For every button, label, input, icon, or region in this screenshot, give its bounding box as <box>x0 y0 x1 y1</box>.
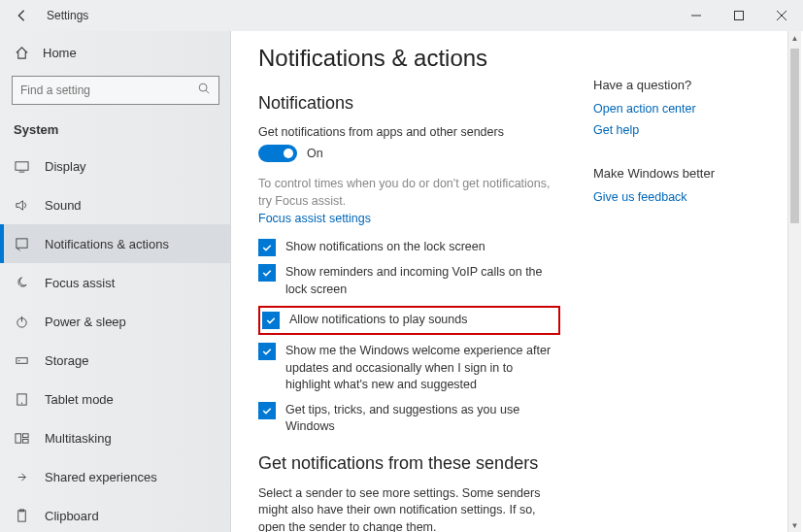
search-box[interactable] <box>12 76 219 105</box>
get-notifications-label: Get notifications from apps and other se… <box>258 125 560 139</box>
svg-rect-6 <box>16 238 26 247</box>
checkbox-icon <box>262 312 280 329</box>
page-title: Notifications & actions <box>258 45 560 72</box>
search-input[interactable] <box>20 83 197 97</box>
minimize-button[interactable] <box>675 0 718 31</box>
svg-rect-17 <box>17 510 25 520</box>
display-icon <box>14 159 29 174</box>
svg-line-3 <box>206 90 209 93</box>
storage-icon <box>14 353 29 368</box>
search-icon <box>197 82 211 99</box>
highlight-annotation: Allow notifications to play sounds <box>258 306 560 335</box>
senders-heading: Get notifications from these senders <box>258 453 560 474</box>
checkbox-icon <box>258 402 276 419</box>
sidebar-item-label: Clipboard <box>45 509 99 523</box>
checkbox-label: Get tips, tricks, and suggestions as you… <box>285 402 560 436</box>
sidebar-group: System <box>0 116 231 147</box>
sidebar-item-label: Multitasking <box>45 431 112 446</box>
checkbox-icon <box>258 264 276 282</box>
checkbox-label: Show me the Windows welcome experience a… <box>285 343 560 394</box>
sidebar-item-sound[interactable]: Sound <box>0 185 231 224</box>
main-content: Notifications & actions Notifications Ge… <box>231 31 803 532</box>
right-pane: Have a question? Open action center Get … <box>593 78 758 233</box>
checkbox-label: Show reminders and incoming VoIP calls o… <box>285 264 560 298</box>
sidebar-item-multitasking[interactable]: Multitasking <box>0 418 231 457</box>
svg-point-2 <box>199 83 207 91</box>
maximize-button[interactable] <box>718 0 760 31</box>
have-question-heading: Have a question? <box>593 78 758 92</box>
sidebar-item-label: Sound <box>45 198 82 213</box>
svg-point-13 <box>20 402 21 403</box>
sidebar-item-display[interactable]: Display <box>0 147 231 185</box>
svg-rect-16 <box>22 439 28 443</box>
power-icon <box>14 315 29 329</box>
notifications-heading: Notifications <box>258 93 560 114</box>
sidebar-item-label: Display <box>45 159 86 174</box>
focus-assist-icon <box>14 276 29 290</box>
focus-assist-link[interactable]: Focus assist settings <box>258 212 560 225</box>
sidebar-item-notifications[interactable]: Notifications & actions <box>0 224 231 263</box>
checkbox-play-sounds[interactable]: Allow notifications to play sounds <box>262 312 556 329</box>
checkbox-label: Show notifications on the lock screen <box>285 239 485 256</box>
checkbox-voip[interactable]: Show reminders and incoming VoIP calls o… <box>258 264 560 298</box>
sidebar-item-label: Focus assist <box>45 276 115 290</box>
sidebar-item-power-sleep[interactable]: Power & sleep <box>0 302 231 341</box>
clipboard-icon <box>14 509 29 523</box>
tablet-icon <box>14 392 29 407</box>
get-help-link[interactable]: Get help <box>593 123 758 137</box>
sidebar-item-clipboard[interactable]: Clipboard <box>0 496 231 532</box>
sidebar-item-shared-experiences[interactable]: Shared experiences <box>0 457 231 496</box>
sidebar-item-focus-assist[interactable]: Focus assist <box>0 263 231 302</box>
sidebar-item-storage[interactable]: Storage <box>0 341 231 380</box>
open-action-center-link[interactable]: Open action center <box>593 102 758 116</box>
feedback-link[interactable]: Give us feedback <box>593 190 758 204</box>
checkbox-icon <box>258 343 276 360</box>
senders-description: Select a sender to see more settings. So… <box>258 485 560 533</box>
focus-assist-hint: To control times when you do or don't ge… <box>258 176 560 210</box>
sidebar-item-label: Power & sleep <box>45 315 126 329</box>
svg-rect-4 <box>15 161 27 169</box>
scroll-down-icon[interactable]: ▼ <box>788 518 801 532</box>
svg-rect-10 <box>16 357 26 363</box>
scrollbar[interactable]: ▲ ▼ <box>787 31 801 532</box>
window-title: Settings <box>47 9 88 22</box>
scroll-up-icon[interactable]: ▲ <box>788 31 801 45</box>
svg-point-11 <box>17 359 19 361</box>
sidebar-item-label: Shared experiences <box>45 470 157 484</box>
sidebar-item-label: Storage <box>45 353 89 368</box>
sidebar: Home System Display Sound Notifications … <box>0 31 231 532</box>
checkbox-label: Allow notifications to play sounds <box>289 312 467 329</box>
checkbox-lock-screen[interactable]: Show notifications on the lock screen <box>258 239 560 256</box>
home-icon <box>14 46 29 60</box>
sidebar-home[interactable]: Home <box>0 35 231 70</box>
sidebar-item-tablet-mode[interactable]: Tablet mode <box>0 380 231 418</box>
svg-rect-14 <box>15 433 20 442</box>
checkbox-tips[interactable]: Get tips, tricks, and suggestions as you… <box>258 402 560 436</box>
sidebar-item-label: Tablet mode <box>45 392 114 407</box>
multitasking-icon <box>14 431 29 446</box>
notifications-icon <box>14 237 29 251</box>
shared-icon <box>14 470 29 484</box>
sidebar-home-label: Home <box>43 46 77 60</box>
notifications-toggle-state: On <box>307 147 323 160</box>
checkbox-welcome-experience[interactable]: Show me the Windows welcome experience a… <box>258 343 560 394</box>
sound-icon <box>14 198 29 213</box>
svg-rect-1 <box>735 12 744 20</box>
scrollbar-thumb[interactable] <box>790 49 799 223</box>
notifications-toggle[interactable] <box>258 145 297 162</box>
close-button[interactable] <box>760 0 803 31</box>
checkbox-icon <box>258 239 276 256</box>
back-button[interactable] <box>0 0 43 31</box>
make-windows-better-heading: Make Windows better <box>593 166 758 181</box>
svg-rect-15 <box>22 433 28 437</box>
sidebar-item-label: Notifications & actions <box>45 237 169 251</box>
